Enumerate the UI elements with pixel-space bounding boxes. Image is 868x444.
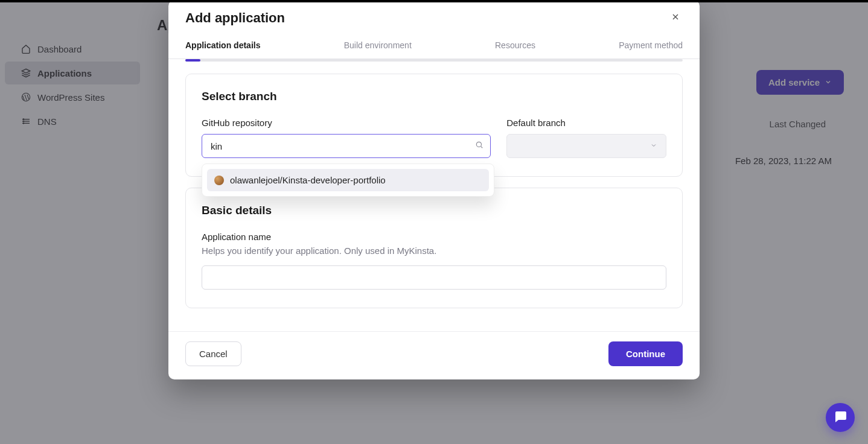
basic-details-card: Basic details Application name Helps you…	[185, 188, 683, 308]
progress-fill	[185, 59, 200, 62]
tab-application-details[interactable]: Application details	[185, 36, 260, 59]
add-application-modal: Add application Application details Buil…	[168, 0, 700, 379]
github-repo-input[interactable]	[202, 134, 491, 158]
default-branch-select[interactable]	[506, 134, 666, 158]
cancel-button[interactable]: Cancel	[185, 341, 241, 366]
continue-button[interactable]: Continue	[608, 341, 683, 366]
tab-resources[interactable]: Resources	[495, 36, 535, 59]
window-top-strip	[0, 0, 868, 2]
close-button[interactable]	[668, 10, 683, 26]
chat-bubble-button[interactable]	[826, 403, 855, 432]
app-name-label: Application name	[202, 232, 666, 242]
app-name-help: Helps you identify your application. Onl…	[202, 246, 666, 256]
github-repo-field: GitHub repository olawanlejoel/	[202, 118, 491, 158]
repo-dropdown: olawanlejoel/Kinsta-developer-portfolio	[202, 163, 494, 197]
progress-bar	[185, 59, 683, 62]
github-repo-label: GitHub repository	[202, 118, 491, 128]
modal-title: Add application	[185, 10, 285, 26]
tab-payment-method[interactable]: Payment method	[619, 36, 683, 59]
chat-icon	[833, 409, 847, 426]
default-branch-field: Default branch	[506, 118, 666, 158]
svg-line-11	[481, 147, 483, 148]
tab-build-environment[interactable]: Build environment	[344, 36, 412, 59]
default-branch-label: Default branch	[506, 118, 666, 128]
close-icon	[671, 14, 680, 24]
svg-point-10	[477, 142, 482, 147]
repo-dropdown-item-label: olawanlejoel/Kinsta-developer-portfolio	[230, 175, 386, 185]
chevron-down-icon	[650, 141, 657, 151]
basic-details-heading: Basic details	[202, 204, 666, 217]
select-branch-heading: Select branch	[202, 90, 666, 103]
app-name-input[interactable]	[202, 265, 666, 290]
modal-tabs: Application details Build environment Re…	[168, 36, 700, 59]
modal-overlay: Add application Application details Buil…	[0, 0, 868, 444]
avatar	[214, 176, 224, 185]
repo-dropdown-item[interactable]: olawanlejoel/Kinsta-developer-portfolio	[207, 169, 489, 191]
select-branch-card: Select branch GitHub repository	[185, 74, 683, 177]
search-icon	[475, 141, 483, 151]
